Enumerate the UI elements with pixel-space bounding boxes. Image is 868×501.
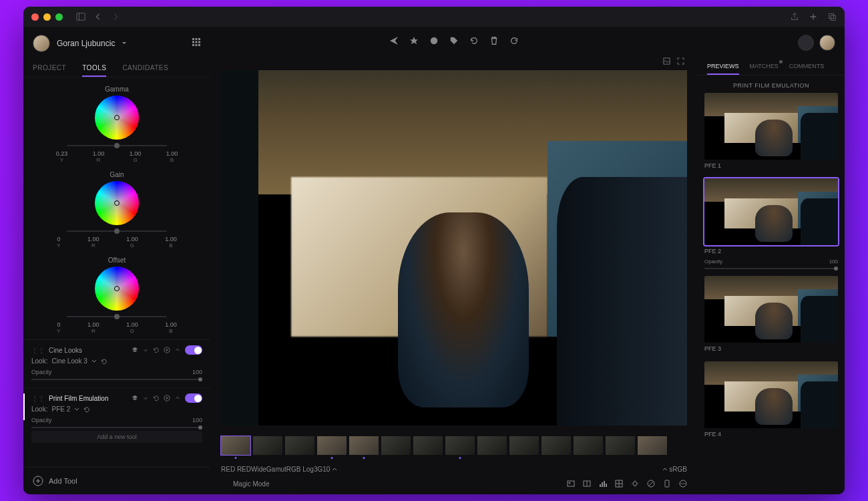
preview-viewer[interactable]: [221, 70, 687, 426]
no-color-icon[interactable]: [647, 480, 655, 488]
svg-rect-10: [192, 44, 194, 46]
magic-wand-icon[interactable]: [221, 480, 229, 488]
svg-point-32: [681, 483, 682, 484]
filmstrip-thumb[interactable]: [541, 436, 571, 455]
minimize-window-icon[interactable]: [43, 13, 51, 21]
svg-rect-0: [77, 13, 85, 21]
device-icon[interactable]: [663, 480, 671, 488]
reset-icon[interactable]: [153, 395, 160, 401]
svg-rect-12: [198, 44, 200, 46]
preset-item[interactable]: PFE 2 Opacity100: [704, 178, 838, 269]
filmstrip-thumb[interactable]: [381, 436, 411, 455]
layers-icon[interactable]: [132, 395, 138, 401]
collaborator-avatar[interactable]: [798, 35, 814, 51]
user-avatar[interactable]: [819, 35, 835, 51]
chevron-up-icon[interactable]: [174, 347, 181, 353]
histogram-icon[interactable]: [599, 480, 607, 488]
refresh-icon[interactable]: [509, 36, 519, 45]
filmstrip-thumb[interactable]: [221, 436, 250, 455]
send-icon[interactable]: [389, 36, 399, 45]
filmstrip-thumb[interactable]: [606, 436, 635, 455]
close-window-icon[interactable]: [31, 13, 39, 21]
gamma-color-wheel[interactable]: [95, 96, 139, 140]
drag-handle-icon[interactable]: ⋮⋮: [31, 347, 45, 354]
gain-slider[interactable]: [67, 230, 167, 232]
filmstrip-thumb[interactable]: [413, 436, 443, 455]
nav-back-icon[interactable]: [93, 12, 103, 21]
filmstrip-thumb[interactable]: [349, 436, 379, 455]
filmstrip-thumb[interactable]: [477, 436, 507, 455]
preset-item[interactable]: PFE 4: [704, 361, 838, 440]
grid-view-icon[interactable]: [192, 37, 201, 49]
tab-matches[interactable]: MATCHES: [750, 59, 779, 75]
filmstrip-thumb[interactable]: [509, 436, 539, 455]
gamma-slider[interactable]: [67, 145, 167, 146]
svg-rect-3: [831, 15, 835, 20]
tool-toggle[interactable]: [185, 345, 202, 355]
user-menu[interactable]: Goran Ljubuncic: [23, 27, 210, 60]
share-icon[interactable]: [790, 12, 799, 21]
reset-icon[interactable]: [101, 358, 107, 365]
filmstrip-thumb[interactable]: [317, 436, 347, 455]
scopes-icon[interactable]: [615, 480, 623, 488]
tab-project[interactable]: PROJECT: [33, 60, 66, 77]
compare-icon[interactable]: [583, 480, 591, 488]
trash-icon[interactable]: [489, 36, 499, 45]
tab-candidates[interactable]: CANDIDATES: [122, 60, 168, 77]
tab-previews[interactable]: PREVIEWS: [707, 59, 739, 75]
preset-item[interactable]: PFE 3: [704, 276, 838, 355]
reset-icon[interactable]: [83, 406, 90, 413]
svg-rect-5: [196, 38, 198, 40]
filmstrip-thumb[interactable]: [574, 436, 603, 455]
chevron-up-icon[interactable]: [174, 395, 181, 401]
add-new-tool-hint[interactable]: Add a new tool: [31, 431, 202, 443]
tool-toggle[interactable]: [185, 393, 202, 403]
maximize-window-icon[interactable]: [55, 13, 63, 21]
gain-color-wheel[interactable]: [95, 181, 139, 225]
star-icon[interactable]: [409, 36, 419, 45]
cine-opacity-slider[interactable]: [31, 379, 202, 380]
add-icon[interactable]: [809, 12, 818, 21]
drag-handle-icon[interactable]: ⋮⋮: [31, 395, 45, 402]
filmstrip-thumb[interactable]: [445, 436, 475, 455]
reset-icon[interactable]: [153, 347, 160, 353]
filmstrip-thumb[interactable]: [253, 436, 282, 455]
sidebar-toggle-icon[interactable]: [76, 12, 85, 21]
gamma-control: Gamma 0.23Y 1.00R 1.00G 1.00B: [23, 83, 210, 168]
right-panel: PREVIEWS MATCHES COMMENTS PRINT FILM EMU…: [698, 27, 845, 494]
magic-mode-button[interactable]: Magic Mode: [233, 480, 269, 488]
add-tool-button[interactable]: Add Tool: [23, 467, 210, 494]
reset-icon[interactable]: [469, 36, 479, 45]
offset-slider[interactable]: [67, 316, 167, 317]
tab-tools[interactable]: TOOLS: [82, 60, 106, 77]
colorspace-label[interactable]: RED REDWideGamutRGB Log3G10: [221, 466, 337, 473]
chevron-down-icon[interactable]: [142, 347, 149, 353]
tag-icon[interactable]: [449, 36, 459, 45]
duplicate-icon[interactable]: [827, 12, 837, 21]
output-colorspace[interactable]: sRGB: [662, 466, 687, 473]
image-icon[interactable]: [663, 57, 670, 65]
tool-cine-header[interactable]: ⋮⋮ Cine Looks: [31, 345, 202, 355]
chevron-down-icon[interactable]: [142, 395, 149, 401]
tool-pfe-header[interactable]: ⋮⋮ Print Film Emulation: [31, 393, 202, 403]
filmstrip-thumb[interactable]: [285, 436, 314, 455]
chevron-up-icon: [332, 467, 337, 472]
circle-icon[interactable]: [429, 36, 439, 45]
pfe-opacity-slider[interactable]: [31, 427, 202, 428]
preset-opacity-slider[interactable]: [704, 268, 838, 269]
close-icon[interactable]: [164, 347, 170, 353]
more-icon[interactable]: [679, 480, 687, 488]
filmstrip-thumb[interactable]: [638, 436, 667, 455]
nav-forward-icon[interactable]: [111, 12, 120, 21]
picture-icon[interactable]: [567, 480, 575, 488]
layers-icon[interactable]: [132, 347, 138, 353]
sun-icon[interactable]: [631, 480, 639, 488]
preset-item[interactable]: PFE 1: [704, 93, 838, 172]
chevron-down-icon[interactable]: [74, 407, 79, 412]
chevron-down-icon[interactable]: [91, 359, 97, 364]
tool-print-film-emulation: ⋮⋮ Print Film Emulation Look:: [23, 387, 210, 448]
fullscreen-icon[interactable]: [677, 57, 684, 65]
offset-color-wheel[interactable]: [95, 267, 139, 311]
tab-comments[interactable]: COMMENTS: [789, 59, 825, 75]
close-icon[interactable]: [164, 395, 170, 401]
